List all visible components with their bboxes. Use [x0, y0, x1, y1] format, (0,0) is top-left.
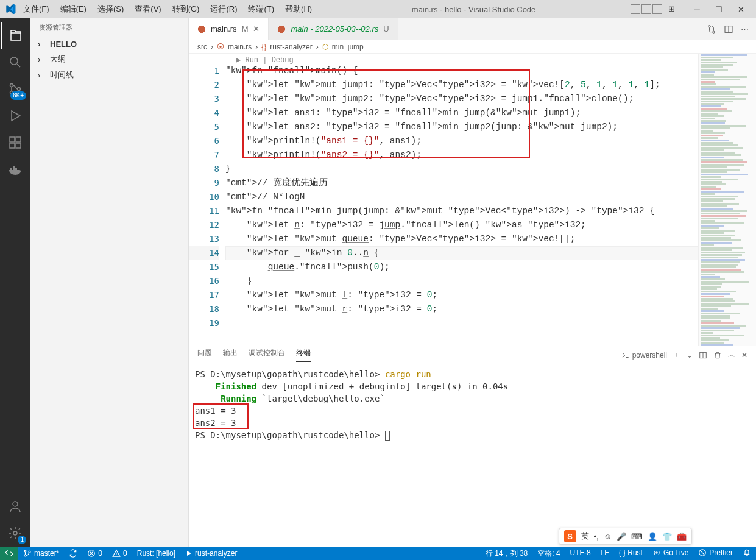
remote-indicator[interactable] [0, 547, 18, 560]
terminal-dropdown-icon[interactable]: ⌄ [687, 351, 693, 360]
code-area[interactable]: ▶ Run | Debug "kw">fn "fncall">main() { … [225, 54, 698, 346]
tab-close-icon[interactable]: ✕ [253, 24, 260, 34]
menu-item[interactable]: 运行(R) [205, 1, 242, 17]
sidebar-section[interactable]: ›时间线 [30, 67, 188, 83]
chevron-right-icon: › [38, 40, 46, 49]
kill-terminal-icon[interactable] [713, 351, 722, 360]
svg-rect-4 [10, 137, 15, 142]
menu-item[interactable]: 选择(S) [93, 1, 129, 17]
editor-tabs: main.rsM✕main - 2022-05-03--02.rsU ⋯ [189, 18, 756, 40]
docker-icon[interactable] [1, 156, 30, 183]
ime-keyboard-icon[interactable]: ⌨ [631, 532, 643, 541]
statusbar-item[interactable]: 0 [82, 549, 107, 558]
svg-point-1 [10, 84, 13, 87]
breadcrumb[interactable]: src›⦿main.rs›{}rust-analyzer›⬡min_jump [189, 40, 756, 54]
statusbar-item[interactable]: Go Live [648, 548, 693, 557]
breadcrumb-item[interactable]: rust-analyzer [270, 43, 312, 51]
panel-close-icon[interactable]: ✕ [741, 351, 747, 360]
chevron-right-icon: › [211, 43, 213, 51]
sidebar-more-icon[interactable]: ⋯ [173, 24, 180, 32]
menu-item[interactable]: 查看(V) [130, 1, 166, 17]
titlebar: 文件(F)编辑(E)选择(S)查看(V)转到(G)运行(R)终端(T)帮助(H)… [0, 0, 756, 18]
menu-item[interactable]: 终端(T) [243, 1, 279, 17]
ime-punct-icon[interactable]: •, [594, 532, 599, 541]
chevron-right-icon: › [316, 43, 319, 51]
highlight-box-output [193, 403, 249, 429]
menu-item[interactable]: 帮助(H) [280, 1, 317, 17]
chevron-right-icon: › [38, 55, 46, 64]
ime-person-icon[interactable]: 👤 [648, 532, 657, 541]
editor[interactable]: 12345678910111213141516171819 ▶ Run | De… [189, 54, 756, 346]
statusbar-item[interactable]: rust-analyzer [180, 549, 242, 558]
panel-tab[interactable]: 终端 [296, 348, 311, 362]
statusbar-item[interactable] [64, 549, 82, 558]
ime-emoji-icon[interactable]: ☺ [604, 532, 612, 541]
close-button[interactable]: ✕ [732, 1, 750, 18]
line-gutter: 12345678910111213141516171819 [189, 54, 225, 346]
statusbar-item[interactable] [738, 548, 756, 557]
rust-file-icon [277, 25, 286, 34]
sidebar-section[interactable]: ›大纲 [30, 51, 188, 67]
ime-voice-icon[interactable]: 🎤 [616, 532, 626, 541]
editor-tab[interactable]: main.rsM✕ [189, 18, 269, 40]
svg-rect-7 [16, 143, 21, 148]
compare-changes-icon[interactable] [707, 24, 716, 34]
menu-item[interactable]: 文件(F) [18, 1, 54, 17]
minimap[interactable] [698, 54, 756, 346]
sidebar-section[interactable]: ›HELLO [30, 37, 188, 51]
svg-point-14 [708, 25, 710, 27]
run-debug-icon[interactable] [1, 102, 30, 129]
statusbar-item[interactable]: master* [18, 549, 64, 558]
statusbar-item[interactable]: 0 [107, 549, 132, 558]
statusbar-item[interactable]: LF [596, 548, 614, 557]
explorer-sidebar: 资源管理器 ⋯ ›HELLO›大纲›时间线 [30, 18, 189, 547]
vscode-logo-icon [2, 1, 18, 17]
ime-skin-icon[interactable]: 👕 [662, 532, 672, 541]
explorer-icon[interactable] [1, 22, 30, 49]
breadcrumb-icon: ⦿ [217, 43, 224, 51]
ime-toolbox-icon[interactable]: 🧰 [677, 532, 687, 541]
split-editor-icon[interactable] [724, 24, 733, 34]
new-terminal-icon[interactable]: ＋ [673, 350, 680, 360]
editor-tab[interactable]: main - 2022-05-03--02.rsU [269, 18, 398, 40]
ime-toolbar[interactable]: S 英 •, ☺ 🎤 ⌨ 👤 👕 🧰 [559, 528, 692, 545]
menu-item[interactable]: 转到(G) [168, 1, 205, 17]
layout-controls[interactable]: ⊞ [631, 4, 678, 14]
chevron-right-icon: › [38, 71, 46, 80]
statusbar-item[interactable]: { } Rust [614, 548, 648, 557]
menu-item[interactable]: 编辑(E) [55, 1, 91, 17]
ime-mode[interactable]: 英 [581, 531, 589, 542]
tab-more-icon[interactable]: ⋯ [741, 24, 749, 34]
status-bar: master*00Rust: [hello]rust-analyzer 行 14… [0, 547, 756, 560]
sogou-icon: S [564, 530, 576, 542]
breadcrumb-item[interactable]: min_jump [332, 43, 364, 51]
extensions-icon[interactable] [1, 129, 30, 156]
svg-point-0 [10, 57, 18, 65]
maximize-button[interactable]: ☐ [710, 1, 728, 18]
account-icon[interactable] [1, 493, 30, 520]
split-terminal-icon[interactable] [699, 351, 707, 360]
panel-tab-bar: 问题输出调试控制台终端 powershell ＋ ⌄ ︿ ✕ [189, 346, 756, 364]
search-icon[interactable] [1, 49, 30, 76]
settings-gear-icon[interactable]: 1 [1, 520, 30, 547]
svg-point-20 [29, 551, 30, 553]
statusbar-item[interactable]: Prettier [693, 548, 738, 557]
terminal-profile-dropdown[interactable]: powershell [621, 351, 667, 360]
statusbar-item[interactable]: UTF-8 [565, 548, 596, 557]
panel-tab[interactable]: 调试控制台 [249, 348, 285, 362]
statusbar-item[interactable]: 空格: 4 [532, 548, 565, 559]
breadcrumb-item[interactable]: main.rs [228, 43, 252, 51]
breadcrumb-item[interactable]: src [197, 43, 207, 51]
statusbar-item[interactable]: Rust: [hello] [132, 549, 180, 558]
minimize-button[interactable]: ─ [688, 1, 706, 18]
source-control-icon[interactable]: 6K+ [1, 76, 30, 102]
panel-tab[interactable]: 输出 [223, 348, 238, 362]
terminal-cursor [385, 431, 390, 441]
rust-file-icon [197, 25, 206, 34]
panel-chevron-up-icon[interactable]: ︿ [728, 350, 735, 360]
panel-tab[interactable]: 问题 [197, 348, 212, 362]
highlight-box-code [242, 69, 530, 158]
terminal[interactable]: PS D:\mysetup\gopath\rustcode\hello> car… [189, 364, 756, 547]
statusbar-item[interactable]: 行 14，列 38 [481, 548, 532, 559]
svg-point-19 [24, 555, 26, 556]
